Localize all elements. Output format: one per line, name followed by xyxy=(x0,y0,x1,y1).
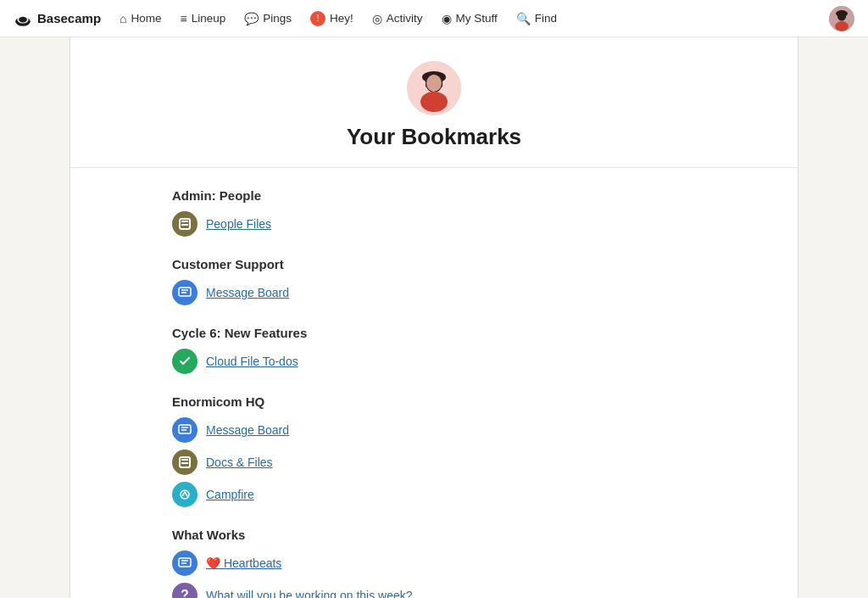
docs-files-icon xyxy=(172,450,198,475)
nav-hey[interactable]: ! Hey! xyxy=(302,6,362,31)
nav-find-label: Find xyxy=(535,12,557,25)
logo-text: Basecamp xyxy=(37,11,101,25)
svg-rect-25 xyxy=(181,462,188,464)
working-this-week-icon: ? xyxy=(172,583,198,598)
list-item[interactable]: People Files xyxy=(172,211,696,237)
home-icon: ⌂ xyxy=(120,12,126,25)
nav-pings-label: Pings xyxy=(263,12,292,25)
cloud-file-todos-link[interactable]: Cloud File To-dos xyxy=(206,355,298,368)
svg-rect-27 xyxy=(179,558,191,567)
message-board-ehq-icon xyxy=(172,417,198,443)
find-icon: 🔍 xyxy=(516,12,531,25)
svg-rect-24 xyxy=(181,459,188,461)
nav-hey-label: Hey! xyxy=(330,12,353,25)
nav-pings[interactable]: 💬 Pings xyxy=(236,8,300,30)
nav-left: Basecamp ⌂ Home ≡ Lineup 💬 Pings ! Hey! xyxy=(14,6,565,31)
svg-rect-20 xyxy=(179,425,191,433)
section-cycle6-title: Cycle 6: New Features xyxy=(172,326,696,340)
hey-notification-icon: ! xyxy=(310,11,326,26)
nav-lineup-label: Lineup xyxy=(192,12,226,25)
section-cycle6: Cycle 6: New Features Cloud File To-dos xyxy=(172,326,696,374)
nav-right xyxy=(829,6,854,31)
nav-lineup[interactable]: ≡ Lineup xyxy=(172,8,235,30)
nav-home-label: Home xyxy=(131,12,162,25)
people-files-link[interactable]: People Files xyxy=(206,217,271,231)
list-item[interactable]: ❤️ Heartbeats xyxy=(172,550,696,576)
navbar: Basecamp ⌂ Home ≡ Lineup 💬 Pings ! Hey! xyxy=(0,0,868,37)
campfire-icon xyxy=(172,482,198,507)
nav-activity[interactable]: ◎ Activity xyxy=(364,8,431,30)
section-enormicom-hq: Enormicom HQ Message Board Docs & Files xyxy=(172,394,696,507)
nav-home[interactable]: ⌂ Home xyxy=(111,8,170,30)
avatar-image xyxy=(829,6,854,31)
message-board-cs-icon xyxy=(172,280,198,305)
cloud-file-todos-icon xyxy=(172,349,198,374)
svg-point-5 xyxy=(835,21,849,31)
list-item[interactable]: ? What will you be working on this week? xyxy=(172,583,696,598)
nav-find[interactable]: 🔍 Find xyxy=(508,8,565,30)
section-admin-people: Admin: People People Files xyxy=(172,188,696,237)
people-files-icon xyxy=(172,211,198,237)
page-header: Your Bookmarks xyxy=(70,37,798,168)
user-avatar[interactable] xyxy=(829,6,854,31)
section-what-works: What Works ❤️ Heartbeats ? What will you… xyxy=(172,528,696,598)
message-board-cs-link[interactable]: Message Board xyxy=(206,286,289,299)
section-enormicom-hq-title: Enormicom HQ xyxy=(172,394,696,409)
heartbeats-icon xyxy=(172,550,198,576)
svg-point-13 xyxy=(426,75,442,92)
page-title: Your Bookmarks xyxy=(347,124,521,150)
message-board-ehq-link[interactable]: Message Board xyxy=(206,423,289,437)
list-item[interactable]: Message Board xyxy=(172,280,696,305)
campfire-link[interactable]: Campfire xyxy=(206,488,254,501)
hey-icon: ! xyxy=(310,10,326,26)
section-customer-support-title: Customer Support xyxy=(172,257,696,271)
page-avatar xyxy=(407,61,461,115)
content-box: Your Bookmarks Admin: People People File… xyxy=(70,37,798,598)
nav-activity-label: Activity xyxy=(387,12,423,25)
docs-files-link[interactable]: Docs & Files xyxy=(206,455,273,469)
svg-point-2 xyxy=(19,16,27,22)
section-what-works-title: What Works xyxy=(172,528,696,542)
list-item[interactable]: Cloud File To-dos xyxy=(172,349,696,374)
working-this-week-link[interactable]: What will you be working on this week? xyxy=(206,589,413,598)
nav-mystuff-label: My Stuff xyxy=(456,12,498,25)
page-avatar-image xyxy=(407,61,461,115)
svg-rect-16 xyxy=(181,224,188,226)
svg-point-10 xyxy=(420,92,448,112)
basecamp-logo-icon xyxy=(14,9,32,28)
section-customer-support: Customer Support Message Board xyxy=(172,257,696,305)
list-item[interactable]: Message Board xyxy=(172,417,696,443)
nav-links: ⌂ Home ≡ Lineup 💬 Pings ! Hey! ◎ Activit… xyxy=(111,6,565,31)
nav-mystuff[interactable]: ◉ My Stuff xyxy=(433,8,506,30)
pings-icon: 💬 xyxy=(244,12,259,25)
heartbeats-link[interactable]: ❤️ Heartbeats xyxy=(206,556,281,570)
svg-point-7 xyxy=(836,10,848,17)
mystuff-icon: ◉ xyxy=(442,12,452,25)
list-item[interactable]: Docs & Files xyxy=(172,450,696,475)
main-container: Your Bookmarks Admin: People People File… xyxy=(53,37,815,598)
bookmarks-list: Admin: People People Files Customer Supp… xyxy=(70,168,798,598)
svg-rect-17 xyxy=(179,288,191,296)
svg-rect-15 xyxy=(181,221,188,222)
activity-icon: ◎ xyxy=(372,12,382,25)
section-admin-people-title: Admin: People xyxy=(172,188,696,203)
logo-link[interactable]: Basecamp xyxy=(14,9,101,28)
lineup-icon: ≡ xyxy=(181,12,187,25)
list-item[interactable]: Campfire xyxy=(172,482,696,507)
